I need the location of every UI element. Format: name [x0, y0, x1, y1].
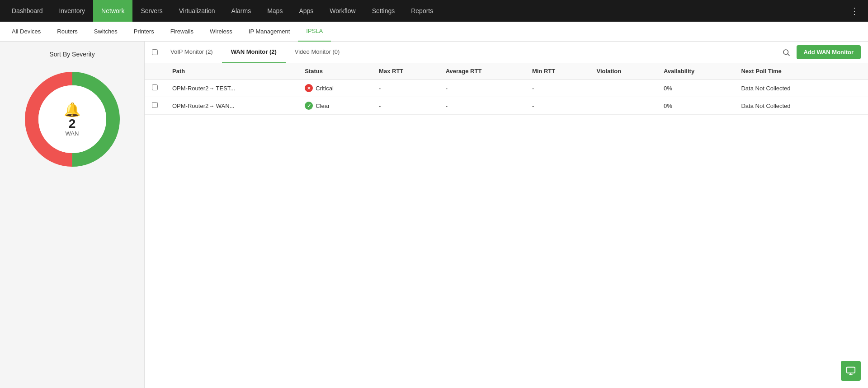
- nav-alarms[interactable]: Alarms: [223, 0, 259, 22]
- table-row[interactable]: OPM-Router2→ TEST...Critical---0%Data No…: [145, 79, 868, 97]
- col-path: Path: [165, 63, 297, 79]
- top-navigation: Dashboard Inventory Network Servers Virt…: [0, 0, 868, 22]
- cell-avg-rtt: -: [439, 79, 525, 97]
- nav-reports[interactable]: Reports: [403, 0, 441, 22]
- table-row[interactable]: OPM-Router2→ WAN...Clear---0%Data Not Co…: [145, 97, 868, 115]
- col-min-rtt: Min RTT: [525, 63, 590, 79]
- more-options-icon[interactable]: ⋮: [844, 5, 864, 16]
- cell-max-rtt: -: [372, 97, 439, 115]
- subnav-printers[interactable]: Printers: [126, 22, 162, 42]
- monitor-tabs: VoIP Monitor (2) WAN Monitor (2) Video M…: [145, 42, 868, 63]
- nav-inventory[interactable]: Inventory: [51, 0, 94, 22]
- nav-settings[interactable]: Settings: [364, 0, 403, 22]
- cell-status: Clear: [297, 97, 372, 115]
- clear-icon: [305, 102, 313, 110]
- donut-center-content: 🔔 2 WAN: [64, 102, 80, 137]
- monitor-icon: [846, 366, 856, 376]
- svg-point-3: [783, 50, 788, 55]
- add-wan-monitor-button[interactable]: Add WAN Monitor: [797, 45, 861, 59]
- nav-workflow[interactable]: Workflow: [321, 0, 363, 22]
- cell-avg-rtt: -: [439, 97, 525, 115]
- status-label: Critical: [316, 85, 334, 92]
- cell-min-rtt: -: [525, 97, 590, 115]
- left-panel: Sort By Severity 🔔 2 WAN: [0, 42, 145, 388]
- nav-virtualization[interactable]: Virtualization: [171, 0, 223, 22]
- main-content: Sort By Severity 🔔 2 WAN VoIP Monitor (2…: [0, 42, 868, 388]
- cell-availability: 0%: [656, 97, 734, 115]
- cell-violation: [590, 79, 656, 97]
- col-avg-rtt: Average RTT: [439, 63, 525, 79]
- subnav-firewalls[interactable]: Firewalls: [162, 22, 202, 42]
- donut-label: WAN: [64, 130, 80, 137]
- cell-next-poll: Data Not Collected: [734, 79, 843, 97]
- cell-next-poll: Data Not Collected: [734, 97, 843, 115]
- nav-apps[interactable]: Apps: [291, 0, 321, 22]
- subnav-routers[interactable]: Routers: [49, 22, 86, 42]
- col-max-rtt: Max RTT: [372, 63, 439, 79]
- wan-monitor-table-wrapper: Path Status Max RTT Average RTT Min RTT …: [145, 63, 868, 388]
- col-actions: [843, 63, 868, 79]
- sub-navigation: All Devices Routers Switches Printers Fi…: [0, 22, 868, 42]
- table-header-row: Path Status Max RTT Average RTT Min RTT …: [145, 63, 868, 79]
- cell-status: Critical: [297, 79, 372, 97]
- col-status: Status: [297, 63, 372, 79]
- col-availability: Availability: [656, 63, 734, 79]
- bell-icon: 🔔: [64, 102, 80, 117]
- subnav-ipsla[interactable]: IPSLA: [298, 22, 331, 42]
- subnav-switches[interactable]: Switches: [86, 22, 126, 42]
- row-checkbox[interactable]: [152, 84, 158, 90]
- tab-voip-monitor[interactable]: VoIP Monitor (2): [161, 42, 222, 63]
- nav-network[interactable]: Network: [93, 0, 132, 22]
- cell-availability: 0%: [656, 79, 734, 97]
- subnav-all-devices[interactable]: All Devices: [4, 22, 49, 42]
- critical-icon: [305, 84, 313, 92]
- cell-path: OPM-Router2→ WAN...: [165, 97, 297, 115]
- cell-actions: [843, 79, 868, 97]
- col-violation: Violation: [590, 63, 656, 79]
- cell-violation: [590, 97, 656, 115]
- search-icon: [782, 48, 790, 56]
- subnav-wireless[interactable]: Wireless: [202, 22, 241, 42]
- status-label: Clear: [316, 103, 330, 109]
- row-checkbox[interactable]: [152, 102, 158, 108]
- search-button[interactable]: [779, 46, 793, 59]
- col-checkbox: [145, 63, 165, 79]
- screen-share-icon[interactable]: [841, 361, 861, 381]
- sort-by-severity-label: Sort By Severity: [49, 51, 94, 58]
- col-next-poll: Next Poll Time: [734, 63, 843, 79]
- cell-min-rtt: -: [525, 79, 590, 97]
- nav-servers[interactable]: Servers: [132, 0, 170, 22]
- cell-max-rtt: -: [372, 79, 439, 97]
- svg-line-4: [788, 54, 789, 56]
- cell-path: OPM-Router2→ TEST...: [165, 79, 297, 97]
- wan-monitor-table: Path Status Max RTT Average RTT Min RTT …: [145, 63, 868, 115]
- donut-count: 2: [64, 117, 80, 130]
- cell-actions: [843, 97, 868, 115]
- svg-rect-5: [847, 367, 855, 373]
- subnav-ip-management[interactable]: IP Management: [241, 22, 298, 42]
- donut-chart: 🔔 2 WAN: [18, 65, 127, 173]
- nav-maps[interactable]: Maps: [259, 0, 291, 22]
- select-all-checkbox[interactable]: [152, 49, 158, 55]
- tab-wan-monitor[interactable]: WAN Monitor (2): [222, 42, 286, 63]
- right-panel: VoIP Monitor (2) WAN Monitor (2) Video M…: [145, 42, 868, 388]
- tab-video-monitor[interactable]: Video Monitor (0): [286, 42, 349, 63]
- nav-dashboard[interactable]: Dashboard: [4, 0, 51, 22]
